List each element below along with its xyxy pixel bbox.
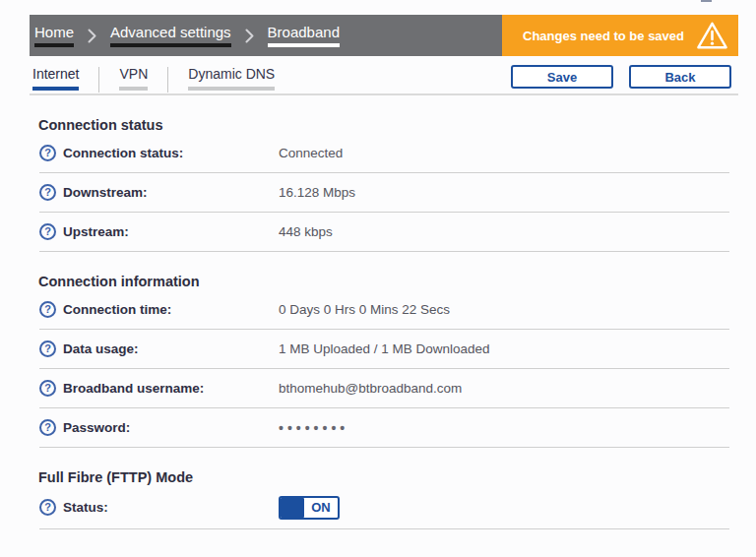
breadcrumb-item-underline bbox=[110, 43, 231, 47]
row-value: 1 MB Uploaded / 1 MB Downloaded bbox=[279, 341, 490, 356]
tab-label: VPN bbox=[119, 67, 148, 82]
tab-label: Dynamic DNS bbox=[188, 67, 275, 82]
row-value: 16.128 Mbps bbox=[279, 185, 355, 200]
tab-separator bbox=[167, 67, 168, 93]
broadband-settings-page: Home Advanced settings Broadband Changes… bbox=[0, 0, 756, 557]
breadcrumb-item-advanced-settings[interactable]: Advanced settings bbox=[110, 25, 231, 47]
tab-bar-container: Internet VPN Dynamic DNS Save Back bbox=[30, 56, 738, 95]
row-label: Broadband username: bbox=[63, 381, 204, 396]
toggle-knob bbox=[281, 498, 304, 518]
unsaved-changes-banner: Changes need to be saved bbox=[502, 15, 738, 56]
status-toggle[interactable]: ON bbox=[279, 496, 340, 520]
settings-section: Connection status ? Connection status: C… bbox=[30, 117, 738, 252]
row-label: Connection time: bbox=[63, 302, 171, 317]
breadcrumb-item-label: Broadband bbox=[268, 25, 340, 40]
row-label: Data usage: bbox=[63, 341, 139, 356]
tab-underline bbox=[188, 87, 275, 91]
info-row: ? Data usage: 1 MB Uploaded / 1 MB Downl… bbox=[39, 330, 729, 369]
chevron-right-icon bbox=[88, 29, 96, 43]
help-icon[interactable]: ? bbox=[39, 145, 56, 161]
breadcrumb-item-underline bbox=[268, 43, 340, 47]
chevron-right-icon bbox=[245, 29, 254, 43]
back-button[interactable]: Back bbox=[629, 65, 731, 89]
row-value: 448 kbps bbox=[279, 224, 333, 239]
info-row: ? Downstream: 16.128 Mbps bbox=[39, 173, 729, 213]
tab-vpn[interactable]: VPN bbox=[105, 67, 161, 91]
save-button[interactable]: Save bbox=[511, 65, 613, 89]
tab-dynamic-dns[interactable]: Dynamic DNS bbox=[174, 67, 288, 91]
info-row: ? Connection time: 0 Days 0 Hrs 0 Mins 2… bbox=[39, 290, 729, 330]
tab-separator bbox=[98, 67, 99, 93]
section-rows: ? Connection time: 0 Days 0 Hrs 0 Mins 2… bbox=[30, 290, 738, 448]
help-icon[interactable]: ? bbox=[39, 419, 56, 436]
help-icon[interactable]: ? bbox=[39, 340, 56, 357]
section-title: Connection information bbox=[38, 274, 738, 290]
breadcrumb-item-underline bbox=[34, 43, 74, 47]
info-row: ? Connection status: Connected bbox=[39, 134, 729, 173]
info-row: ? Broadband username: bthomehub@btbroadb… bbox=[39, 369, 729, 408]
section-title: Connection status bbox=[38, 117, 738, 134]
row-value: •••••••• bbox=[279, 420, 348, 436]
help-icon[interactable]: ? bbox=[39, 380, 56, 397]
clipped-icon bbox=[701, 0, 712, 2]
row-value: Connected bbox=[279, 146, 343, 160]
tab-underline bbox=[119, 87, 148, 91]
tab-label: Internet bbox=[32, 67, 79, 82]
tab-internet[interactable]: Internet bbox=[30, 67, 93, 91]
info-row: ? Upstream: 448 kbps bbox=[39, 213, 729, 252]
warning-icon bbox=[696, 21, 728, 50]
info-row: ? Password: •••••••• bbox=[39, 408, 729, 448]
row-label: Password: bbox=[63, 420, 130, 435]
section-rows: ? Connection status: Connected ? Downstr… bbox=[30, 134, 738, 252]
breadcrumb-item-label: Home bbox=[34, 25, 74, 40]
header: Home Advanced settings Broadband Changes… bbox=[30, 15, 738, 56]
breadcrumb-item-label: Advanced settings bbox=[110, 25, 231, 40]
help-icon[interactable]: ? bbox=[39, 499, 56, 516]
info-row: ? Status: ON bbox=[39, 486, 729, 529]
tab-underline bbox=[32, 87, 79, 91]
help-icon[interactable]: ? bbox=[39, 184, 56, 201]
banner-text: Changes need to be saved bbox=[523, 29, 684, 43]
breadcrumb-item-broadband[interactable]: Broadband bbox=[268, 25, 340, 47]
row-value: 0 Days 0 Hrs 0 Mins 22 Secs bbox=[279, 302, 450, 317]
breadcrumb: Home Advanced settings Broadband bbox=[30, 15, 502, 56]
settings-section: Full Fibre (FTTP) Mode ? Status: ON bbox=[30, 469, 738, 529]
row-label: Downstream: bbox=[63, 185, 148, 200]
settings-section: Connection information ? Connection time… bbox=[30, 274, 738, 448]
row-label: Connection status: bbox=[63, 146, 183, 160]
help-icon[interactable]: ? bbox=[39, 223, 56, 240]
toggle-state-label: ON bbox=[304, 498, 338, 518]
row-label: Upstream: bbox=[63, 224, 129, 239]
help-icon[interactable]: ? bbox=[39, 301, 56, 318]
breadcrumb-item-home[interactable]: Home bbox=[34, 25, 74, 47]
content: Connection status ? Connection status: C… bbox=[30, 95, 738, 529]
section-title: Full Fibre (FTTP) Mode bbox=[38, 469, 738, 486]
section-rows: ? Status: ON bbox=[30, 486, 738, 529]
row-value: bthomehub@btbroadband.com bbox=[279, 381, 462, 396]
row-label: Status: bbox=[63, 500, 108, 515]
